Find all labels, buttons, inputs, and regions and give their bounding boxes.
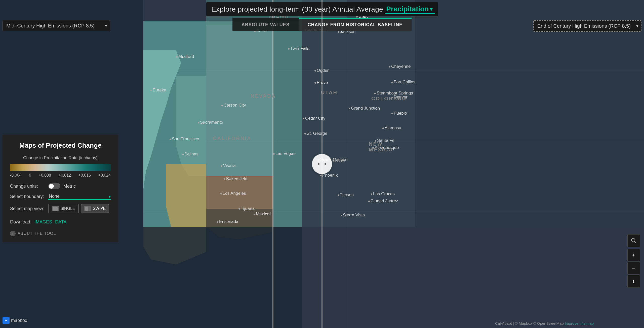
change-units-row: Change units: Metric bbox=[10, 183, 111, 189]
map-view-options: SINGLE SWIPE bbox=[48, 204, 109, 213]
svg-marker-10 bbox=[318, 162, 320, 166]
swipe-icon bbox=[84, 206, 91, 211]
left-scenario-select[interactable]: Mid–Century High Emissions (RCP 8.5) Mid… bbox=[3, 20, 110, 31]
zoom-out-button[interactable]: − bbox=[627, 262, 640, 275]
left-panel: Mid–Century High Emissions (RCP 8.5) Mid… bbox=[3, 20, 110, 31]
legend-controls: Change units: Metric Select boundary: No… bbox=[10, 183, 111, 236]
metric-toggle[interactable] bbox=[48, 183, 60, 189]
change-units-label: Change units: bbox=[10, 184, 45, 189]
single-label: SINGLE bbox=[60, 206, 75, 211]
legend-label-3: +0.012 bbox=[59, 173, 71, 178]
download-images-btn[interactable]: IMAGES bbox=[34, 219, 52, 225]
swipe-left bbox=[85, 207, 88, 211]
svg-marker-11 bbox=[324, 162, 326, 166]
legend-gradient bbox=[10, 164, 111, 171]
legend-title: Maps of Projected Change bbox=[10, 142, 111, 149]
toggle-knob bbox=[49, 184, 54, 189]
svg-line-14 bbox=[634, 241, 636, 243]
legend-label-2: +0.008 bbox=[39, 173, 51, 178]
attribution-text: Cal-Adapt | © Mapbox © OpenStreetMap bbox=[495, 321, 564, 325]
map-view-row: Select map view: SINGLE SWIPE bbox=[10, 204, 111, 213]
zoom-controls: + − ⬆ bbox=[627, 234, 640, 288]
single-icon bbox=[52, 206, 59, 211]
about-tool-text: ABOUT THE TOOL bbox=[18, 231, 56, 236]
metric-label: Metric bbox=[63, 184, 76, 189]
boundary-select[interactable]: None State County Watershed bbox=[48, 193, 111, 200]
legend-subtitle: Change in Precipitation Rate (inch/day) bbox=[10, 155, 111, 160]
legend-label-4: +0.016 bbox=[78, 173, 91, 178]
search-button[interactable] bbox=[627, 234, 640, 247]
legend-labels: -0.004 0 +0.008 +0.012 +0.016 +0.024 bbox=[10, 173, 111, 178]
zoom-in-button[interactable]: + bbox=[627, 249, 640, 261]
right-scenario-select[interactable]: Mid–Century High Emissions (RCP 8.5) Mid… bbox=[533, 20, 641, 32]
svg-point-13 bbox=[631, 238, 635, 242]
swipe-icon-shape bbox=[85, 207, 90, 211]
info-icon: i bbox=[10, 231, 16, 236]
map-attribution: Cal-Adapt | © Mapbox © OpenStreetMap Imp… bbox=[495, 321, 594, 325]
reset-north-button[interactable]: ⬆ bbox=[627, 275, 640, 288]
boundary-select-wrapper: None State County Watershed ▾ bbox=[48, 193, 111, 200]
improve-map-link[interactable]: Improve this map bbox=[565, 321, 594, 325]
single-icon-shape bbox=[53, 207, 58, 211]
download-data-btn[interactable]: DATA bbox=[55, 219, 66, 225]
swipe-handle[interactable] bbox=[312, 154, 332, 174]
mapbox-icon bbox=[3, 317, 10, 324]
swipe-right bbox=[88, 207, 90, 211]
legend-panel: Maps of Projected Change Change in Preci… bbox=[3, 135, 118, 242]
title-prefix: Explore projected long-term (30 year) An… bbox=[211, 5, 383, 13]
right-dropdown-wrapper: Mid–Century High Emissions (RCP 8.5) Mid… bbox=[533, 20, 641, 32]
about-row: i ABOUT THE TOOL bbox=[10, 231, 111, 236]
mapbox-label: mapbox bbox=[11, 318, 27, 323]
swipe-label: SWIPE bbox=[93, 206, 106, 211]
download-row: Download: IMAGES DATA bbox=[10, 219, 111, 225]
left-dropdown-wrapper: Mid–Century High Emissions (RCP 8.5) Mid… bbox=[3, 20, 110, 31]
boundary-label: Select boundary: bbox=[10, 194, 45, 199]
variable-dropdown-arrow: ▾ bbox=[430, 6, 433, 13]
boundary-row: Select boundary: None State County Water… bbox=[10, 193, 111, 200]
tab-absolute-values[interactable]: ABSOLUTE VALUES bbox=[232, 18, 299, 31]
map-view-label: Select map view: bbox=[10, 206, 45, 211]
variable-select[interactable]: Precipitation Temperature Snowfall Wind … bbox=[385, 5, 435, 14]
mapbox-logo: mapbox bbox=[3, 317, 27, 324]
swipe-view-btn[interactable]: SWIPE bbox=[81, 204, 109, 213]
download-label: Download: bbox=[10, 219, 31, 225]
legend-label-0: -0.004 bbox=[10, 173, 21, 178]
legend-label-5: +0.024 bbox=[98, 173, 111, 178]
single-view-btn[interactable]: SINGLE bbox=[48, 204, 79, 213]
legend-label-1: 0 bbox=[29, 173, 31, 178]
tab-change-historical[interactable]: CHANGE FROM HISTORICAL BASELINE bbox=[299, 18, 412, 31]
